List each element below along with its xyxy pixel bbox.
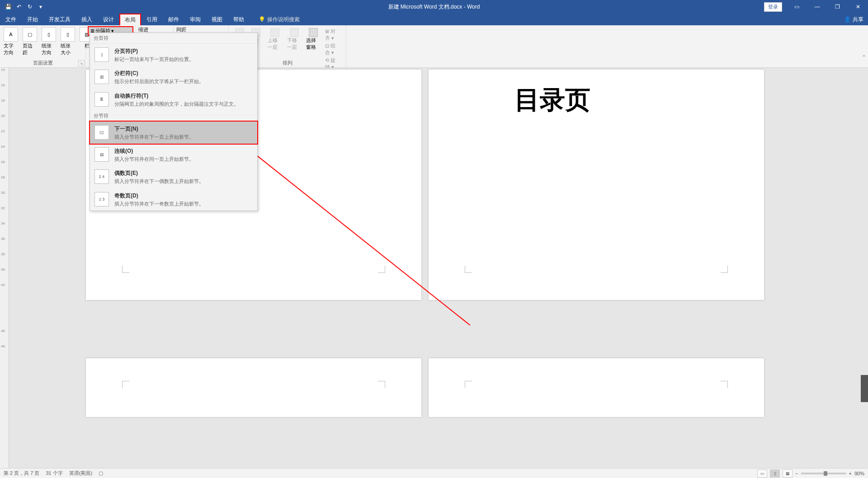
minimize-icon[interactable]: — [807,0,827,14]
next-page-icon: ▯▯ [94,125,109,140]
breaks-dropdown: 分页符 ▯ 分页符(P)标记一页结束与下一页开始的位置。 ▥ 分栏符(C)指示分… [90,33,258,211]
redo-icon[interactable]: ↻ [26,3,33,10]
lightbulb-icon: 💡 [259,16,265,23]
page-margin-marker [465,266,472,273]
text-wrap-break-icon: ≣ [94,92,109,107]
page-margin-marker [122,381,129,388]
zoom-out-icon[interactable]: − [795,471,798,476]
maximize-icon[interactable]: ❐ [827,0,848,14]
orientation-label: 纸张方向 [42,42,56,56]
forward-label: 上移一层 [268,37,282,51]
page-3[interactable] [86,358,421,417]
item-title: 分栏符(C) [114,70,253,77]
menu-bar: 文件 开始 开发工具 插入 设计 布局 引用 邮件 审阅 视图 帮助 💡 操作说… [0,14,868,25]
margins-button[interactable]: ▢ 页边距 [21,26,39,59]
item-desc: 指示分栏符后面的文字将从下一栏开始。 [114,78,253,84]
undo-icon[interactable]: ↶ [15,3,23,10]
tab-insert[interactable]: 插入 [76,14,98,25]
margins-label: 页边距 [23,42,37,56]
size-icon: ▯ [61,27,75,42]
page-count[interactable]: 第 2 页，共 7 页 [4,470,39,477]
backward-label: 下移一层 [287,37,302,51]
column-break-item[interactable]: ▥ 分栏符(C)指示分栏符后面的文字将从下一栏开始。 [90,66,257,88]
page-setup-dialog-launcher[interactable]: ↘ [78,60,85,66]
language-status[interactable]: 英语(美国) [69,470,92,477]
share-button[interactable]: 👤 共享 [844,16,863,23]
tab-home[interactable]: 开始 [22,14,43,25]
text-direction-button[interactable]: A 文字方向 [2,26,20,59]
read-mode-view-icon[interactable]: ▭ [757,469,767,478]
word-count[interactable]: 31 个字 [46,470,62,477]
group-label: 组合 [325,43,335,55]
item-title: 自动换行符(T) [114,92,253,100]
odd-page-icon: 1 3 [94,192,109,206]
tab-file[interactable]: 文件 [0,14,22,25]
tab-view[interactable]: 视图 [206,14,228,25]
scrollbar-thumb[interactable] [861,375,868,402]
share-label: 共享 [853,16,863,23]
text-wrapping-break-item[interactable]: ≣ 自动换行符(T)分隔网页上的对象周围的文字，如分隔题注文字与正文。 [90,89,257,111]
web-layout-view-icon[interactable]: ▦ [783,469,793,478]
selection-pane-label: 选择窗格 [306,37,321,51]
ribbon-display-icon[interactable]: ▭ [787,0,807,14]
continuous-section-break-item[interactable]: ▤ 连续(O)插入分节符并在同一页上开始新节。 [90,144,257,166]
size-button[interactable]: ▯ 纸张大小 [59,26,77,59]
next-page-section-break-item[interactable]: ▯▯ 下一页(N)插入分节符并在下一页上开始新节。 [89,121,258,145]
size-label: 纸张大小 [61,42,75,56]
text-direction-icon: A [4,27,18,42]
item-title: 连续(O) [114,147,253,155]
page-4[interactable] [429,358,764,417]
column-break-icon: ▥ [94,70,109,84]
tab-mailings[interactable]: 邮件 [163,14,184,25]
item-desc: 插入分节符并在下一偶数页上开始新节。 [114,178,253,184]
title-bar: 💾 ↶ ↻ ▾ 新建 Microsoft Word 文档.docx - Word… [0,0,868,14]
group-button: ⊡ 组合 ▾ [325,42,340,56]
align-label: 对齐 [325,28,335,41]
orientation-icon: ▯ [42,27,56,42]
zoom-thumb[interactable] [824,471,827,476]
page-break-item[interactable]: ▯ 分页符(P)标记一页结束与下一页开始的位置。 [90,44,257,66]
zoom-level[interactable]: 90% [854,471,864,476]
forward-icon [270,28,279,37]
selection-pane-icon [309,28,318,37]
tab-references[interactable]: 引用 [141,14,163,25]
window-title: 新建 Microsoft Word 文档.docx - Word [388,3,480,11]
item-desc: 标记一页结束与下一页开始的位置。 [114,56,253,62]
page-margin-marker [378,266,385,273]
spacing-header: 间距 [176,26,226,33]
backward-icon [290,28,299,37]
collapse-ribbon-icon[interactable]: ⌃ [862,54,866,61]
tell-me-label: 操作说明搜索 [267,16,300,23]
tab-developer[interactable]: 开发工具 [43,14,76,25]
status-bar: 第 2 页，共 7 页 31 个字 英语(美国) ▢ ▭ ▯ ▦ − + 90% [0,468,868,478]
zoom-in-icon[interactable]: + [849,471,852,476]
item-title: 分页符(P) [114,47,253,55]
tab-layout[interactable]: 布局 [119,14,141,25]
page-break-icon: ▯ [94,47,109,62]
tell-me-search[interactable]: 💡 操作说明搜索 [259,16,300,23]
qat-customize-icon[interactable]: ▾ [37,3,44,10]
macro-record-icon[interactable]: ▢ [99,470,103,476]
tab-help[interactable]: 帮助 [228,14,250,25]
tab-review[interactable]: 审阅 [184,14,206,25]
zoom-slider[interactable] [801,473,846,474]
page-breaks-header: 分页符 [90,33,257,44]
page-2[interactable]: 目录页 [429,70,764,300]
odd-page-section-break-item[interactable]: 1 3 奇数页(D)插入分节符并在下一奇数页上开始新节。 [90,188,257,211]
even-page-section-break-item[interactable]: 2 4 偶数页(E)插入分节符并在下一偶数页上开始新节。 [90,166,257,188]
page-setup-group-label: 页面设置 [0,60,85,66]
orientation-button[interactable]: ▯ 纸张方向 [40,26,58,59]
print-layout-view-icon[interactable]: ▯ [770,469,780,478]
item-desc: 插入分节符并在下一奇数页上开始新节。 [114,201,253,207]
save-icon[interactable]: 💾 [5,3,12,10]
align-button: ⊞ 对齐 ▾ [325,28,340,42]
login-button[interactable]: 登录 [764,2,782,12]
text-direction-label: 文字方向 [4,42,18,56]
group-page-setup: A 文字方向 ▢ 页边距 ▯ 纸张方向 ▯ 纸张大小 ▥ 栏 页面设置 ↘ [0,25,86,67]
tab-design[interactable]: 设计 [98,14,119,25]
item-desc: 插入分节符并在下一页上开始新节。 [114,134,253,140]
margins-icon: ▢ [23,27,37,42]
close-icon[interactable]: ✕ [848,0,868,14]
quick-access-toolbar: 💾 ↶ ↻ ▾ [0,3,44,10]
vertical-ruler[interactable]: 1416182022242628303234363840424648 [0,68,9,468]
